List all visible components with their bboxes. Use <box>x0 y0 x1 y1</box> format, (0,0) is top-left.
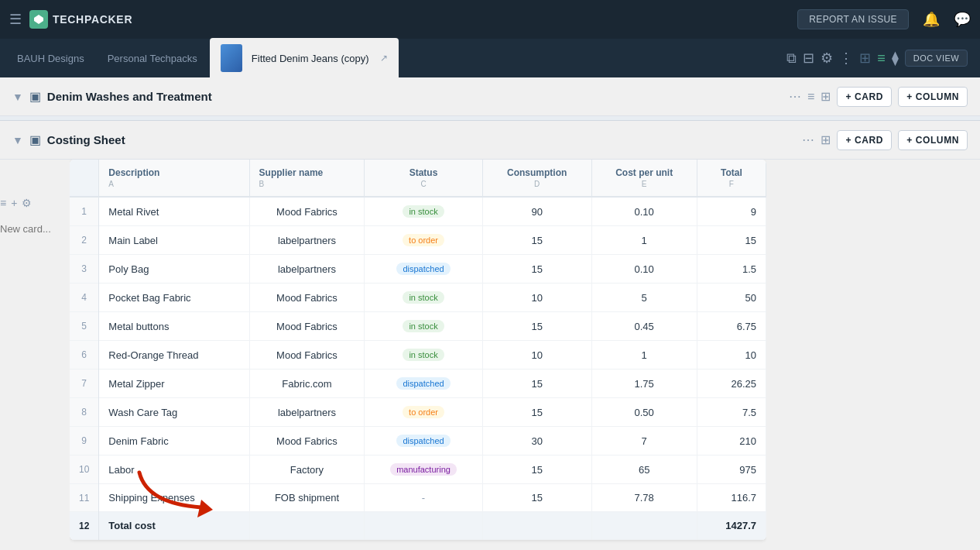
add-icon[interactable]: + <box>11 197 17 209</box>
table-row: 7Metal ZipperFabric.comdispatched151.752… <box>70 370 766 398</box>
cell-supplier: Mood Fabrics <box>249 427 365 455</box>
cell-description[interactable]: Main Label <box>99 226 249 255</box>
col-header-supplier: Supplier name B <box>249 160 365 197</box>
cell-num: 10 <box>70 455 99 484</box>
cell-consumption: 30 <box>482 427 591 455</box>
cell-consumption: 15 <box>482 312 591 341</box>
cell-consumption: 15 <box>482 255 591 284</box>
cell-supplier: Factory <box>249 455 365 484</box>
cell-total: 1427.7 <box>697 512 766 540</box>
cell-description[interactable]: Poly Bag <box>99 255 249 284</box>
cell-cost-per-unit: 0.10 <box>591 255 697 284</box>
cell-supplier <box>249 512 365 540</box>
hamburger-icon[interactable]: ☰ <box>9 11 22 28</box>
tab-bar: BAUH Designs Personal Techpacks Fitted D… <box>0 39 980 77</box>
layers-icon[interactable]: ⧫ <box>892 50 899 67</box>
cell-cost-per-unit: 1.75 <box>591 370 697 398</box>
cell-cost-per-unit: 1 <box>591 341 697 370</box>
cell-supplier: FOB shipment <box>249 484 365 512</box>
col-header-description: Description A <box>99 160 249 197</box>
cell-description[interactable]: Total cost <box>99 512 249 540</box>
section-denim-title: Denim Washes and Treatment <box>47 90 783 103</box>
filter-icon[interactable]: ⊟ <box>803 50 814 67</box>
cell-total: 50 <box>697 284 766 312</box>
menu-icon[interactable]: ≡ <box>0 197 6 209</box>
section-costing-collapse[interactable]: ▼ <box>12 134 23 146</box>
cell-status: in stock <box>365 341 482 370</box>
sidebar-controls: ≡ + ⚙ <box>0 191 70 215</box>
tab-fitted[interactable]: Fitted Denim Jeans (copy) ↗ <box>210 38 399 78</box>
doc-view-button[interactable]: DOC VIEW <box>905 50 968 67</box>
logo: TECHPACKER <box>29 10 132 29</box>
cell-status <box>365 512 482 540</box>
cell-status: dispatched <box>365 427 482 455</box>
cell-description[interactable]: Metal buttons <box>99 312 249 341</box>
add-column-btn-costing[interactable]: + COLUMN <box>898 130 968 150</box>
more-icon[interactable]: ⋮ <box>839 50 853 67</box>
main-content: ▼ ▣ Denim Washes and Treatment ⋯ ≡ ⊞ + C… <box>0 77 980 550</box>
cell-cost-per-unit: 1 <box>591 226 697 255</box>
table-row: 10LaborFactorymanufacturing1565975 <box>70 455 766 484</box>
add-card-btn-denim[interactable]: + CARD <box>837 87 892 107</box>
report-issue-button[interactable]: REPORT AN ISSUE <box>797 9 909 29</box>
cell-description[interactable]: Metal Zipper <box>99 370 249 398</box>
section-denim-grid-icon[interactable]: ⊞ <box>821 89 831 104</box>
cell-description[interactable]: Denim Fabric <box>99 427 249 455</box>
cell-consumption <box>482 512 591 540</box>
cell-status: - <box>365 484 482 512</box>
table-row: 9Denim FabricMood Fabricsdispatched30721… <box>70 427 766 455</box>
section-costing-grid-icon[interactable]: ⊞ <box>821 132 831 147</box>
cell-description[interactable]: Shipping Expenses <box>99 484 249 512</box>
cell-supplier: Mood Fabrics <box>249 312 365 341</box>
table-row: 2Main Labellabelpartnersto order15115 <box>70 226 766 255</box>
cell-cost-per-unit: 0.50 <box>591 398 697 427</box>
gear-icon[interactable]: ⚙ <box>22 197 32 209</box>
cell-description[interactable]: Red-Orange Thread <box>99 341 249 370</box>
cell-status: in stock <box>365 197 482 226</box>
settings-icon[interactable]: ⚙ <box>821 50 833 67</box>
cell-consumption: 10 <box>482 341 591 370</box>
logo-icon <box>29 10 48 29</box>
add-card-btn-costing[interactable]: + CARD <box>837 130 892 150</box>
cell-description[interactable]: Wash Care Tag <box>99 398 249 427</box>
tab-personal[interactable]: Personal Techpacks <box>97 46 208 70</box>
table-row: 12Total cost1427.7 <box>70 512 766 540</box>
section-costing-menu[interactable]: ⋯ <box>802 132 814 147</box>
cell-status: to order <box>365 226 482 255</box>
cell-supplier: Mood Fabrics <box>249 284 365 312</box>
cell-status: dispatched <box>365 370 482 398</box>
section-denim-collapse[interactable]: ▼ <box>12 91 23 103</box>
plus-icon: + <box>845 91 852 102</box>
section-denim-menu[interactable]: ⋯ <box>789 89 801 104</box>
costing-section: ≡ + ⚙ Description A <box>0 160 980 550</box>
list-view-icon[interactable]: ≡ <box>877 50 886 67</box>
cell-cost-per-unit: 7.78 <box>591 484 697 512</box>
app-name: TECHPACKER <box>53 13 132 26</box>
grid-view-icon[interactable]: ⊞ <box>859 50 871 67</box>
table-container: Description A Supplier name B Status C <box>70 160 766 550</box>
cell-description[interactable]: Labor <box>99 455 249 484</box>
notification-icon[interactable]: 🔔 <box>923 11 940 28</box>
cell-num: 9 <box>70 427 99 455</box>
section-denim-right: ⊞ + CARD + COLUMN <box>821 87 968 107</box>
add-column-btn-denim[interactable]: + COLUMN <box>898 87 968 107</box>
svg-marker-0 <box>34 15 43 24</box>
cell-total: 15 <box>697 226 766 255</box>
cell-supplier: labelpartners <box>249 255 365 284</box>
cell-num: 12 <box>70 512 99 540</box>
external-link-icon[interactable]: ↗ <box>380 53 388 64</box>
tab-bauh[interactable]: BAUH Designs <box>6 46 95 70</box>
cell-description[interactable]: Pocket Bag Fabric <box>99 284 249 312</box>
chat-icon[interactable]: 💬 <box>954 11 971 28</box>
cell-num: 11 <box>70 484 99 512</box>
table-row: 6Red-Orange ThreadMood Fabricsin stock10… <box>70 341 766 370</box>
copy-icon[interactable]: ⧉ <box>786 50 797 67</box>
new-card-area <box>0 215 70 242</box>
cell-supplier: Mood Fabrics <box>249 341 365 370</box>
section-denim-washes-header: ▼ ▣ Denim Washes and Treatment ⋯ ≡ ⊞ + C… <box>0 77 980 116</box>
col-header-consumption: Consumption D <box>482 160 591 197</box>
new-card-input[interactable] <box>0 223 70 235</box>
section-denim-list-icon[interactable]: ≡ <box>807 90 814 104</box>
table-left-sidebar: ≡ + ⚙ <box>0 160 70 550</box>
cell-description[interactable]: Metal Rivet <box>99 197 249 226</box>
